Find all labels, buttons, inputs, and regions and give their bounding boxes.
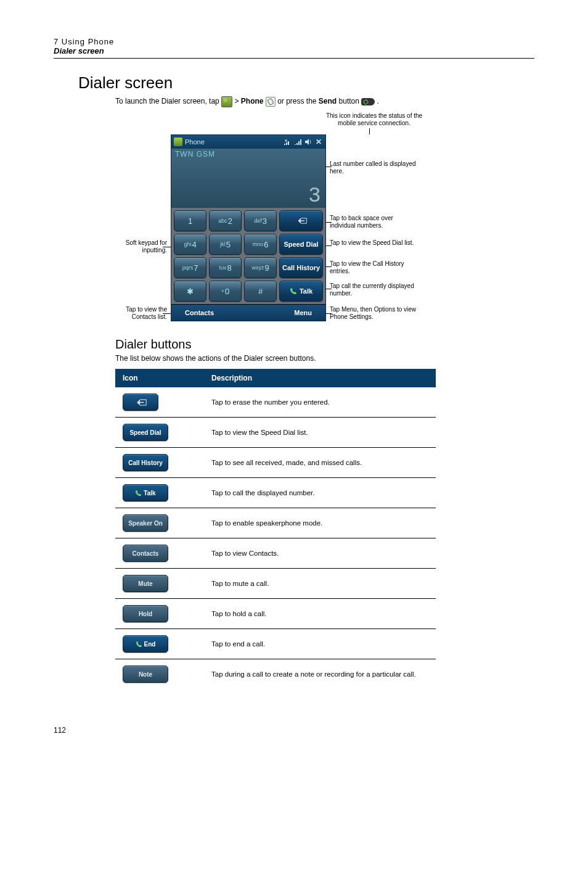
- phone-display: TWN GSM 3: [171, 149, 325, 208]
- menu-softkey[interactable]: Menu: [280, 309, 325, 316]
- volume-icon[interactable]: [304, 138, 312, 146]
- key-star[interactable]: ✱: [174, 281, 206, 302]
- callout-talk: Tap call the currently displayed number.: [330, 282, 419, 297]
- talk-button[interactable]: Talk: [279, 281, 323, 302]
- key-2[interactable]: abc2: [209, 210, 242, 231]
- key-hash[interactable]: #: [244, 281, 277, 302]
- key-8-letters: tuv: [219, 265, 226, 271]
- desc-cell: Tap to view Contacts.: [204, 538, 436, 569]
- key-3[interactable]: def3: [244, 210, 277, 231]
- key-1[interactable]: 1: [174, 210, 206, 231]
- key-8-digit: 8: [227, 263, 231, 273]
- callout-history: Tap to view the Call History entries.: [330, 260, 419, 274]
- callout-menu: Tap Menu, then Options to view Phone Set…: [330, 306, 419, 320]
- desc-cell: Tap to view the Speed Dial list.: [204, 418, 436, 448]
- chapter-line: 7 Using Phone: [54, 37, 534, 46]
- dialer-button-icon: Speed Dial: [123, 424, 168, 441]
- phone-icon: [290, 287, 297, 295]
- table-row: Speed DialTap to view the Speed Dial lis…: [115, 418, 436, 448]
- send-button-icon: [361, 98, 375, 105]
- launch-phone-word: Phone: [241, 97, 264, 105]
- page-header: 7 Using Phone Dialer screen: [54, 37, 534, 59]
- carrier-label: TWN GSM: [175, 150, 215, 159]
- key-8[interactable]: tuv8: [209, 257, 242, 278]
- desc-cell: Tap to end a call.: [204, 629, 436, 659]
- signal-icon[interactable]: [293, 138, 302, 146]
- dialed-number: 3: [309, 183, 321, 207]
- key-5-digit: 5: [226, 240, 231, 249]
- call-history-button[interactable]: Call History: [279, 257, 323, 278]
- key-9-digit: 9: [264, 263, 269, 273]
- desc-cell: Tap to hold a call.: [204, 599, 436, 629]
- dialer-buttons-title: Dialer buttons: [115, 337, 534, 352]
- callout-speed: Tap to view the Speed Dial list.: [330, 239, 414, 247]
- backspace-icon: [295, 217, 308, 225]
- icon-cell: Speaker On: [115, 508, 204, 538]
- table-row: NoteTap during a call to create a note o…: [115, 659, 436, 690]
- icon-cell: [115, 387, 204, 418]
- key-5[interactable]: jkl5: [209, 234, 242, 255]
- key-7-digit: 7: [194, 263, 198, 273]
- launch-instruction: To launch the Dialer screen, tap > Phone…: [115, 96, 534, 107]
- key-star-label: ✱: [187, 287, 194, 296]
- key-3-digit: 3: [263, 216, 267, 226]
- call-history-label: Call History: [282, 264, 320, 271]
- talk-label: Talk: [300, 287, 312, 295]
- launch-send-word: Send: [319, 97, 337, 105]
- keypad: 1 abc2 def3 ghi4 jkl5 mno6 Speed Dial: [171, 208, 325, 304]
- table-row: HoldTap to hold a call.: [115, 599, 436, 629]
- phone-title: Phone: [185, 138, 205, 146]
- table-row: ContactsTap to view Contacts.: [115, 538, 436, 569]
- desc-cell: Tap to see all received, made, and misse…: [204, 448, 436, 478]
- desc-cell: Tap to enable speakerphone mode.: [204, 508, 436, 538]
- icon-cell: Speed Dial: [115, 418, 204, 448]
- speed-dial-button[interactable]: Speed Dial: [279, 234, 323, 255]
- icon-cell: Contacts: [115, 538, 204, 569]
- key-6[interactable]: mno6: [244, 234, 277, 255]
- key-1-label: 1: [188, 216, 192, 226]
- icon-cell: Hold: [115, 599, 204, 629]
- phone-mini-icon: [266, 97, 276, 107]
- status-note-tick: [369, 128, 370, 134]
- dialer-button-icon: [123, 394, 158, 411]
- desc-cell: Tap to call the displayed number.: [204, 478, 436, 508]
- dialer-button-icon: Talk: [123, 484, 168, 501]
- col-icon: Icon: [115, 369, 204, 387]
- icon-cell: Mute: [115, 569, 204, 599]
- key-5-letters: jkl: [220, 241, 226, 247]
- launch-post: button: [339, 97, 362, 105]
- connectivity-icon[interactable]: [283, 138, 292, 146]
- launch-end: .: [377, 97, 379, 105]
- header-subtitle: Dialer screen: [54, 46, 534, 56]
- backspace-button[interactable]: [279, 210, 323, 231]
- contacts-softkey[interactable]: Contacts: [171, 309, 227, 316]
- table-row: Speaker OnTap to enable speakerphone mod…: [115, 508, 436, 538]
- speed-dial-label: Speed Dial: [284, 241, 318, 248]
- callout-soft-keypad: Soft keypad for inputting.: [109, 239, 167, 253]
- table-row: Tap to erase the number you entered.: [115, 387, 436, 418]
- key-9[interactable]: wxyz9: [244, 257, 277, 278]
- key-0[interactable]: +0: [209, 281, 242, 302]
- key-7-letters: pqrs: [182, 265, 194, 271]
- start-icon[interactable]: [174, 138, 182, 146]
- icon-cell: End: [115, 629, 204, 659]
- phone-titlebar: Phone ✕: [171, 135, 325, 149]
- icon-cell: Note: [115, 659, 204, 690]
- key-6-digit: 6: [264, 240, 268, 249]
- dialer-button-icon: Call History: [123, 454, 168, 471]
- callout-contacts: Tap to view the Contacts list.: [109, 306, 167, 320]
- key-2-digit: 2: [228, 216, 232, 226]
- softkey-bar: Contacts Menu: [171, 304, 325, 321]
- key-4[interactable]: ghi4: [174, 234, 206, 255]
- key-0-digit: 0: [225, 287, 229, 296]
- desc-cell: Tap during a call to create a note or re…: [204, 659, 436, 690]
- desc-cell: Tap to erase the number you entered.: [204, 387, 436, 418]
- key-9-letters: wxyz: [251, 265, 264, 271]
- key-7[interactable]: pqrs7: [174, 257, 206, 278]
- icon-cell: Talk: [115, 478, 204, 508]
- col-desc: Description: [204, 369, 436, 387]
- table-row: TalkTap to call the displayed number.: [115, 478, 436, 508]
- close-icon[interactable]: ✕: [314, 138, 323, 146]
- dialer-button-icon: Contacts: [123, 545, 168, 562]
- launch-pre: To launch the Dialer screen, tap: [115, 97, 221, 105]
